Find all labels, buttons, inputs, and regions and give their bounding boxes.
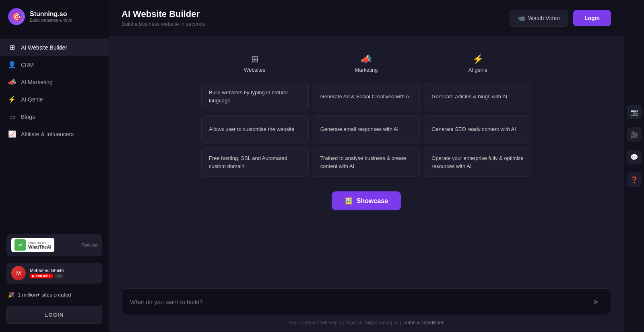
marketing-label: Marketing xyxy=(355,67,378,73)
send-button[interactable]: ➤ xyxy=(589,295,603,308)
header-right: 📹 Watch Video Login xyxy=(510,10,611,27)
feature-card-8[interactable]: Operate your enterprise fully & optimize… xyxy=(424,147,531,177)
marketing-icon: 📣 xyxy=(361,54,372,64)
page-title: AI Website Builder xyxy=(122,9,205,19)
featured-card[interactable]: W Featured on WhatTheAI Featured xyxy=(6,234,102,256)
sidebar-item-crm[interactable]: 👤 CRM xyxy=(0,56,109,73)
col-header-marketing: 📣 Marketing xyxy=(313,49,419,78)
websites-icon: ⊞ xyxy=(251,54,258,64)
header-left: AI Website Builder Build a business webs… xyxy=(122,9,205,27)
chat-right-icon[interactable]: 💬 xyxy=(627,150,642,164)
prompt-input[interactable] xyxy=(130,299,589,305)
sidebar-footer: 🎉 1 million+ sites created LOGIN xyxy=(0,284,109,332)
send-icon: ➤ xyxy=(592,297,599,306)
sidebar-item-label: Affiliate & Influencers xyxy=(21,131,74,137)
ai-genie-label: AI genie xyxy=(468,67,487,73)
feature-card-1[interactable]: Generate Ad & Social Creatives with AI xyxy=(313,82,420,111)
terms-link[interactable]: Terms & Conditions xyxy=(402,320,444,326)
col-header-websites: ⊞ Websites xyxy=(201,49,308,78)
input-area: ➤ Your feedback will help us improve. hi… xyxy=(109,282,624,332)
youtube-logo: ▶ YouTube xyxy=(30,274,53,278)
featured-name: WhatTheAI xyxy=(28,245,51,249)
showcase-icon: 🖼️ xyxy=(345,197,353,205)
youtube-info: Mohamed Ghaith ▶ YouTube 5K xyxy=(30,268,64,278)
sidebar-nav: ⊞ AI Website Builder 👤 CRM 📣 AI Marketin… xyxy=(0,35,109,234)
youtube-card[interactable]: M Mohamed Ghaith ▶ YouTube 5K xyxy=(6,263,102,284)
feature-card-7[interactable]: Trained to analyse business & create con… xyxy=(313,147,420,177)
grid-icon: ⊞ xyxy=(8,44,16,51)
showcase-button[interactable]: 🖼️ Showcase xyxy=(332,191,401,210)
header-login-button[interactable]: Login xyxy=(573,10,611,26)
showcase-label: Showcase xyxy=(357,197,388,205)
youtube-avatar: M xyxy=(11,266,26,280)
feature-card-5[interactable]: Generate SEO ready content with AI xyxy=(424,115,531,143)
what-icon: W xyxy=(14,239,26,251)
feature-card-2[interactable]: Generate articles & blogs with AI xyxy=(424,82,531,111)
sidebar-item-ai-marketing[interactable]: 📣 AI Marketing xyxy=(0,73,109,91)
camera-icon: 📹 xyxy=(518,15,525,21)
main-content: AI Website Builder Build a business webs… xyxy=(109,0,624,332)
feature-card-6[interactable]: Free hosting, SSL and Automated custom d… xyxy=(201,147,309,177)
logo-text: Stunning.so Build websites with AI xyxy=(30,10,72,23)
youtube-badge: ▶ YouTube 5K xyxy=(30,274,64,278)
sidebar: 🎯 Stunning.so Build websites with AI ⊞ A… xyxy=(0,0,109,332)
sites-count-text: 1 million+ sites created xyxy=(18,292,71,298)
feature-card-0[interactable]: Build websites by typing in natural lang… xyxy=(201,82,309,111)
ai-genie-icon: ⚡ xyxy=(473,54,483,64)
youtube-count: 5K xyxy=(54,274,64,278)
what-the-ai-badge: W Featured on WhatTheAI xyxy=(11,238,54,252)
camera-right-icon[interactable]: 📷 xyxy=(627,105,642,119)
sidebar-item-label: Blogs xyxy=(21,114,35,120)
feature-card-4[interactable]: Generate email responses with AI xyxy=(313,115,420,143)
features-container: ⊞ Websites 📣 Marketing ⚡ AI genie Build … xyxy=(201,49,531,210)
content-area: ⊞ Websites 📣 Marketing ⚡ AI genie Build … xyxy=(109,36,624,282)
websites-label: Websites xyxy=(244,67,265,73)
logo-icon: 🎯 xyxy=(8,8,25,25)
youtube-name: Mohamed Ghaith xyxy=(30,268,64,273)
sidebar-item-ai-genie[interactable]: ⚡ AI Genie xyxy=(0,91,109,108)
document-icon: ▭ xyxy=(8,113,16,120)
col-header-ai-genie: ⚡ AI genie xyxy=(425,49,531,78)
header: AI Website Builder Build a business webs… xyxy=(109,0,624,36)
party-icon: 🎉 xyxy=(8,292,14,298)
sidebar-login-button[interactable]: LOGIN xyxy=(6,306,102,324)
logo-title: Stunning.so xyxy=(30,10,72,18)
features-grid: Build websites by typing in natural lang… xyxy=(201,82,531,177)
logo-area: 🎯 Stunning.so Build websites with AI xyxy=(0,0,109,35)
logo-subtitle: Build websites with AI xyxy=(30,18,72,23)
watch-video-button[interactable]: 📹 Watch Video xyxy=(510,10,568,27)
sidebar-item-affiliate[interactable]: 📈 Affiliate & Influencers xyxy=(0,125,109,143)
page-subtitle: Build a business website in seconds xyxy=(122,21,205,27)
sidebar-item-label: AI Genie xyxy=(21,96,43,103)
sidebar-item-label: AI Website Builder xyxy=(21,44,67,51)
features-header-row: ⊞ Websites 📣 Marketing ⚡ AI genie xyxy=(201,49,531,78)
chart-icon: 📈 xyxy=(8,130,16,138)
sidebar-item-blogs[interactable]: ▭ Blogs xyxy=(0,108,109,125)
watch-video-label: Watch Video xyxy=(528,15,560,21)
person-icon: 👤 xyxy=(8,61,16,68)
lightning-icon: ⚡ xyxy=(8,95,16,103)
sidebar-item-website-builder[interactable]: ⊞ AI Website Builder xyxy=(0,39,109,56)
sites-count: 🎉 1 million+ sites created xyxy=(0,288,109,302)
sidebar-item-label: AI Marketing xyxy=(21,79,53,85)
sidebar-item-label: CRM xyxy=(21,62,34,68)
right-sidebar: 📷 🎥 💬 ❓ xyxy=(624,0,644,332)
featured-label: Featured on xyxy=(28,241,51,245)
video-right-icon[interactable]: 🎥 xyxy=(627,127,642,142)
help-right-icon[interactable]: ❓ xyxy=(627,172,642,187)
footer-text: Your feedback will help us improve. hi@s… xyxy=(122,315,611,332)
feature-card-3[interactable]: Allows user to customise the website xyxy=(201,115,309,143)
prompt-input-wrapper: ➤ xyxy=(122,288,611,315)
megaphone-icon: 📣 xyxy=(8,78,16,86)
